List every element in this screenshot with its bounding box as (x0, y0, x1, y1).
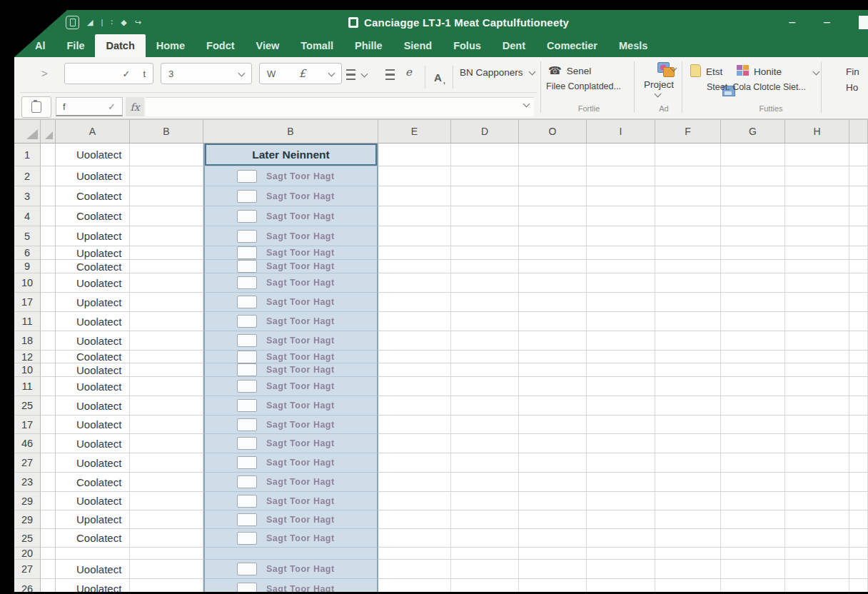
cell-empty[interactable] (785, 453, 849, 473)
expand-arrow-icon[interactable]: > (41, 67, 48, 79)
font-color-icon[interactable]: A, (434, 71, 442, 84)
cell-empty[interactable] (519, 206, 587, 226)
cell-empty[interactable] (849, 434, 868, 453)
cell-empty[interactable] (721, 453, 785, 473)
cell-empty[interactable] (587, 186, 655, 206)
row-number[interactable]: 46 (14, 434, 41, 453)
cell-empty[interactable] (519, 312, 587, 331)
cell-empty[interactable] (519, 416, 587, 434)
cell-empty[interactable] (785, 273, 849, 293)
cell-col-b[interactable] (130, 293, 203, 312)
gutter-cell[interactable] (41, 246, 56, 260)
row-number[interactable]: 27 (14, 560, 41, 579)
cell-col-a[interactable]: Uoolatect (56, 396, 130, 416)
cell-empty[interactable] (849, 453, 868, 473)
gutter-cell[interactable] (41, 453, 56, 473)
cell-col-a[interactable]: Uoolatect (56, 560, 130, 579)
gutter-cell[interactable] (41, 186, 56, 206)
cell-empty[interactable] (849, 396, 868, 416)
components-dropdown[interactable]: BN Capponers (460, 67, 535, 78)
cell-col-b[interactable] (130, 529, 203, 548)
cell-empty[interactable] (849, 226, 868, 246)
checkbox[interactable] (237, 351, 257, 363)
cell-empty[interactable] (587, 226, 655, 246)
cell-empty[interactable] (451, 548, 519, 560)
row-number[interactable]: 25 (14, 529, 41, 548)
cell-empty[interactable] (849, 246, 868, 260)
cell-empty[interactable] (519, 351, 587, 363)
cell-empty[interactable] (451, 166, 519, 186)
cell-col-a[interactable]: Uoolatect (56, 377, 130, 396)
cell-empty[interactable] (587, 377, 655, 396)
cell-col-a[interactable]: Uoolatect (56, 363, 130, 377)
cell-empty[interactable] (655, 246, 721, 260)
cell-empty[interactable] (587, 293, 655, 312)
cell-empty[interactable] (378, 363, 451, 377)
row-number[interactable]: 18 (14, 331, 41, 351)
checkbox[interactable] (237, 532, 257, 545)
gutter-cell[interactable] (41, 396, 56, 416)
script-e-icon[interactable]: e (405, 66, 412, 79)
cell-empty[interactable] (587, 453, 655, 473)
gutter-cell[interactable] (41, 144, 56, 166)
cell-selected-column[interactable]: Sagt Toor Hagt (203, 416, 378, 434)
cell-empty[interactable] (451, 206, 519, 226)
row-number[interactable]: 2 (14, 166, 41, 186)
cell-selected-column[interactable]: Sagt Toor Hagt (203, 396, 378, 416)
checkbox[interactable] (237, 210, 257, 223)
row-number[interactable]: 10 (14, 363, 41, 377)
cell-selected-column[interactable]: Sagt Toor Hagt (203, 510, 378, 529)
cell-empty[interactable] (587, 312, 655, 331)
cell-empty[interactable] (587, 473, 655, 492)
cell-selected-column[interactable]: Sagt Toor Hagt (203, 453, 378, 473)
cell-selected-column[interactable] (203, 548, 378, 560)
cell-col-b[interactable] (130, 312, 203, 331)
select-all-corner[interactable] (14, 120, 41, 143)
cell-empty[interactable] (721, 377, 785, 396)
gutter-cell[interactable] (41, 206, 56, 226)
cell-empty[interactable] (587, 548, 655, 560)
checkbox[interactable] (237, 437, 257, 450)
cell-empty[interactable] (519, 560, 587, 579)
cell-col-a[interactable]: Uoolatect (56, 453, 130, 473)
cell-empty[interactable] (721, 331, 785, 351)
cell-empty[interactable] (451, 560, 519, 579)
cell-empty[interactable] (721, 363, 785, 377)
gutter-cell[interactable] (41, 560, 56, 579)
etst-button[interactable]: Etst (706, 66, 722, 77)
cell-empty[interactable] (849, 312, 868, 331)
column-header-i-8[interactable]: I (587, 120, 655, 143)
row-number[interactable]: 17 (14, 416, 41, 434)
undo-icon[interactable]: | (101, 19, 103, 26)
cell-empty[interactable] (785, 206, 849, 226)
row-number[interactable]: 27 (14, 453, 41, 473)
cell-empty[interactable] (378, 529, 451, 548)
cell-selected-column[interactable]: Sagt Toor Hagt (203, 331, 378, 351)
cell-empty[interactable] (655, 351, 721, 363)
gutter-cell[interactable] (41, 226, 56, 246)
cell-empty[interactable] (378, 351, 451, 363)
cell-col-a[interactable]: Uoolatect (56, 144, 130, 166)
column-header-e-5[interactable]: E (378, 120, 451, 143)
cell-empty[interactable] (721, 434, 785, 453)
row-number[interactable]: 6 (14, 246, 41, 260)
cell-col-b[interactable] (130, 473, 203, 492)
column-header-h-11[interactable]: H (785, 120, 849, 143)
cell-empty[interactable] (849, 331, 868, 351)
cell-selected-column[interactable]: Sagt Toor Hagt (203, 560, 378, 579)
cell-empty[interactable] (785, 363, 849, 377)
cell-empty[interactable] (451, 363, 519, 377)
checkbox[interactable] (237, 230, 257, 243)
cell-empty[interactable] (587, 351, 655, 363)
cell-empty[interactable] (451, 396, 519, 416)
row-number[interactable]: 29 (14, 492, 41, 510)
cell-empty[interactable] (451, 351, 519, 363)
project-button[interactable]: Project (644, 79, 674, 90)
cell-empty[interactable] (587, 166, 655, 186)
cell-col-a[interactable] (56, 548, 130, 560)
redo-icon[interactable]: ∶ (111, 19, 113, 26)
cell-empty[interactable] (785, 396, 849, 416)
ribbon-tab-phille[interactable]: Phille (344, 34, 393, 57)
cell-empty[interactable] (451, 416, 519, 434)
cell-empty[interactable] (655, 416, 721, 434)
